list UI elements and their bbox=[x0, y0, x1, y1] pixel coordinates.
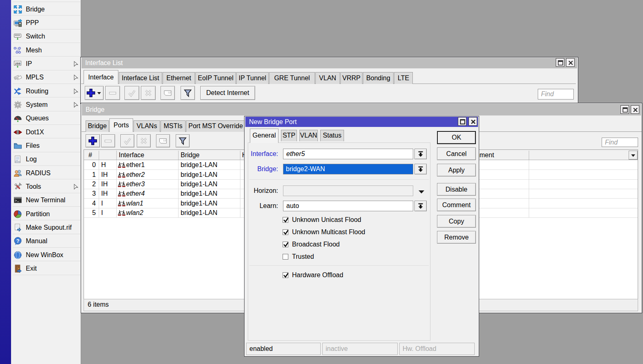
svg-text:255: 255 bbox=[15, 61, 20, 65]
svg-text:?: ? bbox=[16, 238, 20, 244]
